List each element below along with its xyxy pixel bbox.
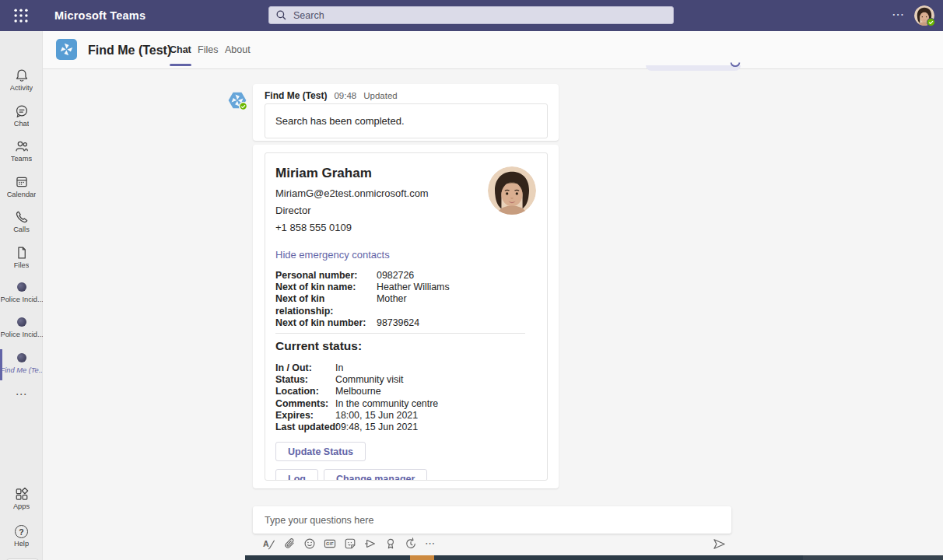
bot-message: Find Me (Test) 09:48 Updated Search has … [253, 84, 559, 141]
sidebar-item-police-incident-2[interactable]: Police Incid... [0, 315, 43, 338]
hide-emergency-contacts-link[interactable]: Hide emergency contacts [275, 249, 390, 261]
help-question-icon: ? [15, 525, 28, 538]
sidebar-item-police-incident-1[interactable]: Police Incid... [0, 280, 43, 303]
message-text: Search has been completed. [275, 115, 405, 127]
gif-icon[interactable]: GIF [324, 537, 336, 550]
sidebar-item-label: Police Incid... [1, 331, 43, 338]
compose-more-options-icon[interactable]: ⋯ [425, 537, 436, 550]
current-status-facts: In / Out: In Status: Community visit Loc… [275, 362, 536, 433]
fact-value: Heather Williams [377, 282, 536, 293]
emoji-icon[interactable] [303, 537, 316, 550]
teams-app-window: Microsoft Teams ⋯ [0, 0, 943, 560]
apps-grid-icon [15, 487, 29, 501]
sidebar-item-label: Files [14, 261, 30, 269]
fact-value: Mother [377, 293, 536, 317]
tab-about[interactable]: About [225, 31, 251, 68]
fact-value: 09:48, 15 Jun 2021 [335, 422, 536, 433]
document-icon [15, 246, 29, 260]
find-me-app-icon [17, 353, 26, 362]
fact-label: Comments: [275, 398, 335, 410]
fact-label: Personal number: [275, 270, 377, 282]
stream-icon[interactable] [364, 537, 377, 550]
sidebar-item-label: Calls [13, 226, 30, 233]
message-timestamp: 09:48 [334, 91, 356, 100]
fact-label: Next of kin relationship: [275, 293, 377, 317]
sidebar-item-activity[interactable]: Activity [0, 68, 43, 92]
people-icon [15, 139, 29, 153]
chat-bubble-icon [15, 104, 29, 118]
app-launcher-waffle-icon[interactable] [13, 8, 29, 23]
emergency-contact-facts: Personal number: 0982726 Next of kin nam… [275, 270, 536, 329]
taskbar-strip-orange-segment [410, 555, 434, 560]
change-manager-button[interactable]: Change manager [324, 469, 427, 481]
topbar-more-options-icon[interactable]: ⋯ [892, 7, 905, 22]
fact-label: Status: [275, 374, 335, 386]
sidebar-item-files[interactable]: Files [0, 246, 43, 269]
sidebar-item-label: Apps [13, 502, 30, 510]
compose-message-box[interactable] [253, 506, 731, 534]
update-status-button[interactable]: Update Status [275, 442, 366, 461]
compose-toolbar: A GIF [263, 537, 436, 550]
phone-icon [15, 210, 29, 224]
sidebar-item-label: Help [14, 540, 29, 548]
schedule-send-icon[interactable] [405, 537, 417, 550]
calendar-icon [15, 175, 29, 189]
sidebar-item-label: Calendar [7, 191, 37, 198]
sidebar-item-label: Find Me (Te... [1, 366, 43, 374]
app-rail: Activity Chat Teams [0, 31, 43, 560]
taskbar-strip-right [803, 555, 943, 560]
praise-icon[interactable] [384, 537, 397, 550]
fact-label: Last updated: [275, 422, 335, 433]
tab-chat[interactable]: Chat [170, 31, 191, 68]
fact-value: In [335, 362, 536, 374]
search-input[interactable] [292, 9, 637, 22]
sidebar-item-calendar[interactable]: Calendar [0, 175, 43, 198]
person-photo [488, 166, 536, 215]
person-phone: +1 858 555 0109 [275, 222, 536, 233]
fact-value: 0982726 [377, 270, 536, 282]
police-incident-app-icon [17, 317, 26, 327]
fact-value: 18:00, 15 Jun 2021 [335, 410, 536, 422]
fact-value: Melbourne [335, 386, 536, 397]
search-bar[interactable] [268, 6, 674, 24]
fact-label: Next of kin name: [275, 282, 377, 293]
format-icon[interactable]: A [263, 537, 275, 550]
bell-icon [15, 68, 29, 82]
sidebar-item-label: Police Incid... [1, 296, 43, 303]
message-updated-badge: Updated [363, 91, 397, 100]
bot-avatar [227, 90, 247, 110]
fact-value: In the community centre [335, 398, 536, 410]
bot-card-message: Miriam Graham MiriamG@e2test.onmicrosoft… [253, 145, 559, 488]
sidebar-item-label: Teams [11, 155, 32, 163]
fact-label: In / Out: [275, 362, 335, 374]
sidebar-item-apps[interactable]: Apps [0, 487, 43, 510]
police-incident-app-icon [17, 282, 26, 292]
sidebar-item-find-me[interactable]: Find Me (Te... [0, 351, 43, 374]
sidebar-item-help[interactable]: ? Help [0, 525, 43, 548]
fact-label: Location: [275, 386, 335, 397]
message-text-box: Search has been completed. [265, 103, 548, 138]
send-message-icon[interactable] [713, 537, 726, 551]
fact-label: Expires: [275, 410, 335, 422]
emoji-reaction-partial-icon [730, 62, 741, 69]
fact-label: Next of kin number: [275, 317, 377, 329]
sidebar-item-chat[interactable]: Chat [0, 104, 43, 128]
hover-toolbar-remnant [646, 65, 741, 71]
search-icon [275, 9, 287, 21]
tab-files[interactable]: Files [198, 31, 218, 68]
rail-more-apps-icon[interactable]: ⋯ [0, 387, 43, 401]
presence-available-icon [927, 18, 935, 26]
sidebar-item-label: Chat [14, 120, 30, 128]
attach-icon[interactable] [283, 537, 296, 550]
sidebar-item-teams[interactable]: Teams [0, 139, 43, 163]
log-button[interactable]: Log [275, 469, 318, 481]
compose-input[interactable] [263, 514, 702, 527]
top-bar: Microsoft Teams ⋯ [0, 0, 943, 31]
sidebar-item-calls[interactable]: Calls [0, 210, 43, 233]
message-header: Find Me (Test) 09:48 Updated [265, 90, 398, 101]
channel-header: Find Me (Test) Chat Files About [43, 31, 943, 69]
person-adaptive-card: Miriam Graham MiriamG@e2test.onmicrosoft… [265, 152, 548, 481]
sticker-icon[interactable] [344, 537, 356, 550]
current-status-heading: Current status: [275, 339, 536, 353]
sidebar-item-label: Activity [10, 84, 33, 92]
